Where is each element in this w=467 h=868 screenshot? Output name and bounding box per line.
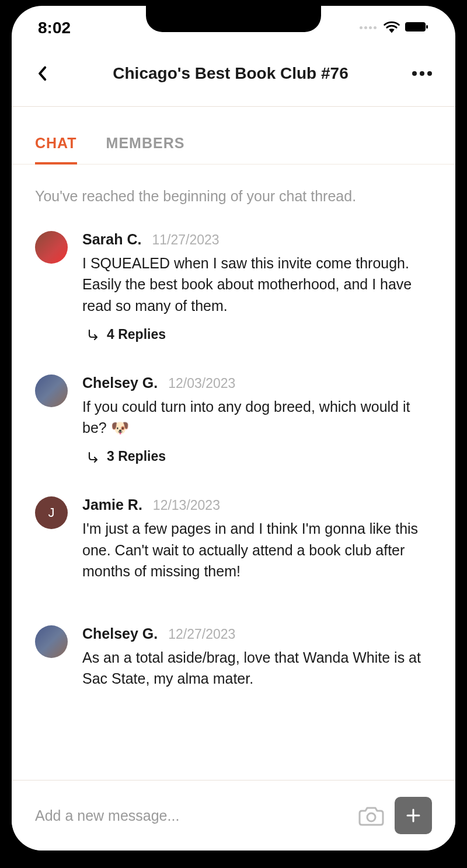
replies-button[interactable]: 3 Replies [87,449,432,464]
message-text: If you could turn into any dog breed, wh… [82,396,432,439]
chat-content: You've reached the beginning of your cha… [12,188,455,690]
avatar[interactable] [35,374,68,407]
message-date: 12/27/2023 [168,626,235,642]
cellular-dots-icon [360,26,377,29]
chevron-left-icon [37,66,47,81]
page-title: Chicago's Best Book Club #76 [49,64,412,83]
battery-icon [405,20,429,36]
message-input[interactable] [35,807,348,824]
message-author: Chelsey G. [82,374,158,391]
status-icons [360,20,429,36]
message-date: 11/27/2023 [152,232,219,248]
avatar-initial: J [48,505,55,520]
message-input-bar [12,780,455,850]
replies-button[interactable]: 4 Replies [87,327,432,342]
message-date: 12/03/2023 [168,376,235,391]
svg-rect-0 [405,22,426,32]
message-author: Chelsey G. [82,625,158,642]
message[interactable]: Chelsey G. 12/03/2023 If you could turn … [35,374,432,465]
message-text: I'm just a few pages in and I think I'm … [82,518,432,582]
tab-chat[interactable]: CHAT [35,124,77,164]
avatar[interactable] [35,231,68,264]
replies-count: 4 Replies [107,327,166,342]
camera-icon [358,805,384,826]
avatar[interactable]: J [35,496,68,529]
tab-members[interactable]: MEMBERS [106,124,185,164]
message[interactable]: Sarah C. 11/27/2023 I SQUEALED when I sa… [35,231,432,342]
avatar[interactable] [35,625,68,658]
tabs: CHAT MEMBERS [12,124,455,164]
message[interactable]: Chelsey G. 12/27/2023 As an a total asid… [35,625,432,690]
message-date: 12/13/2023 [153,498,220,513]
reply-arrow-icon [87,450,100,463]
replies-count: 3 Replies [107,449,166,464]
svg-rect-1 [426,25,428,29]
reply-arrow-icon [87,328,100,341]
message[interactable]: J Jamie R. 12/13/2023 I'm just a few pag… [35,496,432,582]
camera-button[interactable] [358,804,384,827]
more-options-button[interactable] [412,71,432,76]
plus-icon [405,807,422,824]
header: Chicago's Best Book Club #76 [12,47,455,106]
back-button[interactable] [35,66,49,80]
message-author: Sarah C. [82,231,141,248]
svg-point-2 [367,813,375,821]
dots-icon [412,71,417,76]
add-button[interactable] [395,797,432,834]
status-time: 8:02 [38,19,71,37]
message-author: Jamie R. [82,496,142,513]
message-text: I SQUEALED when I saw this invite come t… [82,253,432,316]
thread-begin-label: You've reached the beginning of your cha… [35,188,432,205]
wifi-icon [384,20,400,36]
message-text: As an a total aside/brag, love that Wand… [82,647,432,690]
